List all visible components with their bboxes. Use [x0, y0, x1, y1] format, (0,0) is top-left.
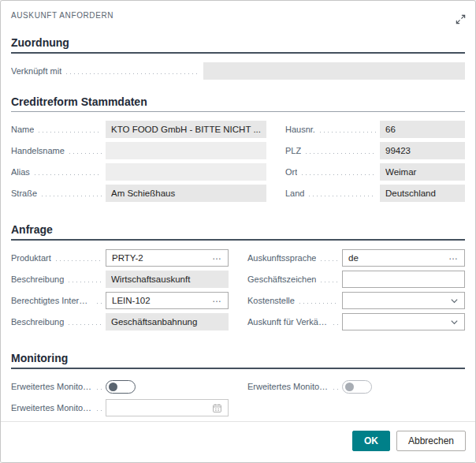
anfrage-right-column: Auskunftssprache de … Geschäftszeichen K…: [247, 249, 465, 334]
field-label-group: Kostenstelle: [247, 296, 342, 305]
dotted-leader: [299, 303, 338, 304]
field-label: Verknüpft mit: [11, 66, 61, 76]
field-label-group: Erweitertes Monitoring: [11, 382, 106, 391]
dialog-footer: OK Abbrechen: [1, 421, 475, 462]
section-monitoring: Monitoring Erweitertes Monitoring Erweit…: [11, 352, 465, 420]
field-label-group: Produktart: [11, 253, 106, 263]
dotted-leader: [66, 73, 199, 74]
field-row-produktart: Produktart PRTY-2 …: [11, 249, 229, 267]
field-label: Hausnr.: [285, 125, 315, 134]
dotted-leader: [97, 303, 102, 304]
field-label: Beschreibung: [11, 274, 64, 284]
field-row-strasse: Straße Am Schießhaus: [11, 185, 266, 202]
field-label: Straße: [11, 189, 37, 198]
field-label-group: Erweitertes Monitoring ...: [11, 403, 106, 413]
field-row-auskunftssprache: Auskunftssprache de …: [247, 249, 465, 267]
field-label: Name: [11, 125, 34, 134]
alias-field: [106, 163, 266, 181]
stammdaten-right-column: Hausnr. 66 PLZ 99423 Ort Weimar Land Deu…: [285, 121, 465, 206]
dotted-leader: [69, 282, 102, 282]
resize-diagonal-icon: [455, 13, 467, 25]
field-value: Deutschland: [385, 189, 459, 198]
field-value: Weimar: [385, 167, 459, 177]
beschreibung-interesse-field: Geschäftsanbahnung: [106, 313, 229, 330]
field-row-erweitertes-monitoring-2: Erweitertes Monitoring ...: [247, 378, 465, 395]
auskunftssprache-field[interactable]: de …: [342, 249, 465, 267]
field-label-group: Handelsname: [11, 146, 106, 155]
dotted-leader: [39, 132, 102, 133]
field-label: Erweitertes Monitoring ...: [11, 403, 92, 413]
anfrage-left-column: Produktart PRTY-2 … Beschreibung Wirtsch…: [11, 249, 229, 334]
strasse-field: Am Schießhaus: [106, 185, 266, 202]
section-heading-stammdaten: Creditreform Stammdaten: [11, 95, 465, 112]
field-label-group: Name: [11, 125, 106, 134]
field-label: Berechtigtes Interesse: [11, 296, 92, 305]
dotted-leader: [309, 196, 376, 196]
field-row-berechtigtes-interesse: Berechtigtes Interesse LEIN-102 …: [11, 292, 229, 309]
hausnr-field: 66: [380, 121, 465, 138]
field-row-handelsname: Handelsname: [11, 142, 266, 159]
field-label-group: Hausnr.: [285, 125, 380, 134]
field-label-group: Geschäftszeichen: [247, 274, 342, 284]
erweitertes-monitoring-date-field[interactable]: [106, 399, 229, 416]
kostenstelle-select[interactable]: [342, 292, 465, 309]
field-row-land: Land Deutschland: [285, 185, 465, 202]
field-value: PRTY-2: [112, 253, 209, 263]
dotted-leader: [42, 196, 102, 196]
field-label-group: Auskunft für Verkäufer/...: [247, 317, 342, 327]
plz-field: 99423: [380, 142, 465, 159]
chevron-down-icon[interactable]: [450, 318, 459, 327]
ok-button[interactable]: OK: [352, 431, 390, 451]
erweitertes-monitoring-toggle-disabled: [342, 380, 372, 394]
field-label-group: Ort: [285, 167, 380, 177]
stammdaten-left-column: Name KTO FOOD GmbH - BITTE NICHT ... Han…: [11, 121, 266, 206]
berechtigtes-interesse-field[interactable]: LEIN-102 …: [106, 292, 229, 309]
dotted-leader: [306, 153, 376, 154]
toggle-knob: [345, 383, 354, 391]
field-row-beschreibung-2: Beschreibung Geschäftsanbahnung: [11, 313, 229, 330]
dotted-leader: [333, 324, 338, 325]
field-value: Wirtschaftsauskunft: [111, 274, 223, 284]
dotted-leader: [69, 153, 102, 154]
field-label-group: PLZ: [285, 146, 380, 155]
section-heading-anfrage: Anfrage: [11, 223, 465, 241]
field-label: Alias: [11, 167, 30, 177]
field-row-auskunft-fuer-verkaeufer: Auskunft für Verkäufer/...: [247, 313, 465, 330]
field-label-group: Erweitertes Monitoring ...: [247, 382, 342, 391]
dialog-header: AUSKUNFT ANFORDERN: [11, 1, 465, 27]
field-value: 99423: [385, 146, 459, 155]
field-value: 66: [385, 125, 459, 134]
cancel-button[interactable]: Abbrechen: [396, 431, 466, 451]
field-row-name: Name KTO FOOD GmbH - BITTE NICHT ...: [11, 121, 266, 138]
geschaeftszeichen-field[interactable]: [342, 271, 465, 288]
field-value: Am Schießhaus: [111, 189, 261, 198]
section-anfrage: Anfrage Produktart PRTY-2 … Beschreibung…: [11, 223, 465, 334]
toggle-wrap: [342, 380, 465, 394]
chevron-down-icon[interactable]: [450, 297, 459, 305]
field-label-group: Straße: [11, 189, 106, 198]
dotted-leader: [97, 410, 102, 411]
field-label: PLZ: [285, 146, 301, 155]
dotted-leader: [35, 174, 102, 175]
expand-dialog-button[interactable]: [452, 11, 468, 27]
land-field: Deutschland: [380, 185, 465, 202]
calendar-icon[interactable]: [212, 403, 222, 413]
auskunft-fuer-verkaeufer-select[interactable]: [342, 313, 465, 330]
field-label: Erweitertes Monitoring: [11, 382, 92, 391]
field-label: Kostenstelle: [247, 296, 295, 305]
section-heading-zuordnung: Zuordnung: [11, 36, 465, 54]
section-stammdaten: Creditreform Stammdaten Name KTO FOOD Gm…: [11, 95, 465, 206]
field-row-erweitertes-monitoring-datum: Erweitertes Monitoring ...: [11, 399, 229, 416]
field-label-group: Beschreibung: [11, 317, 106, 327]
field-label-group: Verknüpft mit: [11, 66, 203, 76]
erweitertes-monitoring-toggle[interactable]: [106, 380, 136, 394]
dotted-leader: [333, 389, 338, 390]
field-row-geschaeftszeichen: Geschäftszeichen: [247, 271, 465, 288]
dotted-leader: [320, 132, 376, 133]
produktart-field[interactable]: PRTY-2 …: [106, 249, 229, 267]
field-row-plz: PLZ 99423: [285, 142, 465, 159]
dotted-leader: [321, 260, 338, 261]
dotted-leader: [321, 282, 338, 282]
field-row-ort: Ort Weimar: [285, 163, 465, 181]
monitoring-left-column: Erweitertes Monitoring Erweitertes Monit…: [11, 378, 229, 420]
